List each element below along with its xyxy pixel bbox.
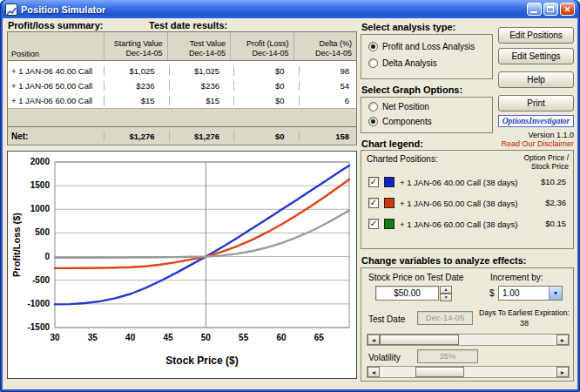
minimize-icon <box>530 11 537 13</box>
stock-price-input[interactable]: $50.00 ▲ ▼ <box>375 286 452 301</box>
legend-checkbox[interactable]: ✓ <box>368 198 379 208</box>
days-expiration-value: 38 <box>476 319 572 328</box>
option-price-value: $2.36 <box>545 198 566 207</box>
svg-text:Profit/Loss ($): Profit/Loss ($) <box>11 213 22 277</box>
profit-loss-cell: $0 <box>233 81 299 91</box>
window-controls: ✕ <box>527 3 575 16</box>
svg-text:1500: 1500 <box>30 180 51 190</box>
delta-cell: 6 <box>299 96 357 105</box>
window-title: Position Simulator <box>21 4 523 15</box>
delta-cell: 98 <box>299 66 357 76</box>
edit-positions-button[interactable]: Edit Positions <box>498 27 574 44</box>
spinner-arrows: ▲ ▼ <box>440 286 452 301</box>
scroll-left-button[interactable]: ◄ <box>368 367 380 377</box>
radio-profit-loss-analysis[interactable]: Profit and Loss Analysis <box>368 42 475 51</box>
table-spacer <box>8 108 356 126</box>
dropdown-arrow-icon[interactable]: ▼ <box>549 287 562 300</box>
profit-loss-chart: -1500-1000-50005001000150020003035404550… <box>7 151 357 379</box>
color-swatch <box>384 198 395 208</box>
radio-delta-analysis[interactable]: Delta Analysis <box>368 58 437 68</box>
test-value-cell: $1,025 <box>169 66 234 76</box>
scroll-left-button[interactable]: ◄ <box>368 335 380 345</box>
legend-group: Charted Positions: Option Price / Stock … <box>361 150 574 249</box>
test-date-results-heading: Test date results: <box>149 20 227 30</box>
currency-prefix: $ <box>489 288 495 298</box>
table-row[interactable]: + 1 JAN-06 40.00 Call $1,025 $1,025 $0 9… <box>8 64 356 78</box>
analysis-heading: Select analysis type: <box>361 22 455 32</box>
legend-checkbox[interactable]: ✓ <box>368 177 379 187</box>
increment-label: Increment by: <box>490 273 543 282</box>
svg-text:60: 60 <box>276 333 287 342</box>
variables-group: Stock Price on Test Date $50.00 ▲ ▼ Incr… <box>361 267 574 382</box>
svg-text:35: 35 <box>88 333 98 342</box>
radio-components[interactable]: Components <box>368 117 432 126</box>
col-header-starting-value: Starting ValueDec-14-05 <box>104 32 167 60</box>
test-date-input[interactable]: Dec-14-05 <box>417 311 473 325</box>
option-price-value: $0.15 <box>545 219 566 228</box>
help-button[interactable]: Help <box>498 71 574 88</box>
brand-logo: OptionsInvestigator <box>498 115 574 127</box>
col-header-position: Position <box>8 32 104 60</box>
titlebar[interactable]: Position Simulator ✕ <box>3 0 577 18</box>
svg-text:Stock Price ($): Stock Price ($) <box>165 355 238 367</box>
close-button[interactable]: ✕ <box>560 3 575 16</box>
scroll-track[interactable] <box>380 367 556 377</box>
svg-text:50: 50 <box>201 333 212 342</box>
radio-icon <box>368 42 378 51</box>
test-value-cell: $15 <box>169 96 234 105</box>
maximize-icon <box>547 6 554 12</box>
col-header-test-value: Test ValueDec-14-05 <box>167 32 231 60</box>
net-starting-value: $1,276 <box>104 132 169 141</box>
stock-price-down-button[interactable]: ▼ <box>440 294 452 301</box>
starting-value-cell: $15 <box>104 96 169 105</box>
option-price-value: $10.25 <box>541 177 566 186</box>
radio-net-position[interactable]: Net Position <box>368 102 429 112</box>
stock-price-label: Stock Price on Test Date <box>368 273 463 282</box>
svg-text:0: 0 <box>44 252 50 261</box>
net-delta: 158 <box>299 132 357 141</box>
volatility-input[interactable]: 35% <box>417 349 478 363</box>
graph-options-heading: Select Graph Options: <box>361 84 462 95</box>
print-button[interactable]: Print <box>498 95 574 112</box>
variables-heading: Change variables to analyze effects: <box>361 255 527 266</box>
days-expiration-label: Days To Earliest Expiration: <box>476 308 572 317</box>
col-header-delta: Delta (%)Dec-14-05 <box>293 32 357 60</box>
volatility-scrollbar[interactable]: ◄ ► <box>367 366 570 378</box>
svg-text:-500: -500 <box>32 275 50 285</box>
edit-settings-button[interactable]: Edit Settings <box>498 48 574 64</box>
svg-text:-1500: -1500 <box>27 322 50 332</box>
minimize-button[interactable] <box>527 3 542 16</box>
disclaimer-link[interactable]: Read Our Disclaimer <box>498 139 574 148</box>
svg-text:65: 65 <box>314 333 325 342</box>
legend-checkbox[interactable]: ✓ <box>368 219 379 229</box>
scroll-thumb[interactable] <box>415 367 465 377</box>
legend-heading: Chart legend: <box>361 139 423 149</box>
results-table: Position Starting ValueDec-14-05 Test Va… <box>7 31 357 145</box>
svg-text:500: 500 <box>35 227 50 237</box>
table-row[interactable]: + 1 JAN-06 60.00 Call $15 $15 $0 6 <box>8 93 356 108</box>
profit-loss-cell: $0 <box>233 96 299 105</box>
col-header-profit-loss: Profit (Loss)Dec-14-05 <box>230 32 293 60</box>
svg-text:-1000: -1000 <box>27 299 50 308</box>
analysis-group: Profit and Loss Analysis Delta Analysis <box>361 34 493 79</box>
increment-select[interactable]: 1.00 ▼ <box>498 286 563 301</box>
svg-text:40: 40 <box>125 333 136 342</box>
window: Position Simulator ✕ Profit/loss summary… <box>0 0 580 392</box>
legend-row: ✓ + 1 JAN-06 60.00 Call (38 days) $0.15 <box>368 217 568 231</box>
radio-icon <box>368 58 378 68</box>
maximize-button[interactable] <box>543 3 558 16</box>
scroll-thumb[interactable] <box>380 335 459 345</box>
table-body: + 1 JAN-06 40.00 Call $1,025 $1,025 $0 9… <box>8 61 356 108</box>
test-date-scrollbar[interactable]: ◄ ► <box>367 334 570 346</box>
scroll-right-button[interactable]: ► <box>556 335 569 345</box>
svg-text:45: 45 <box>163 333 173 342</box>
scroll-track[interactable] <box>380 335 556 345</box>
table-row[interactable]: + 1 JAN-06 50.00 Call $236 $236 $0 54 <box>8 78 356 93</box>
net-label: Net: <box>8 132 104 141</box>
scroll-right-button[interactable]: ► <box>556 367 569 377</box>
svg-text:2000: 2000 <box>30 157 51 166</box>
stock-price-up-button[interactable]: ▲ <box>440 286 452 294</box>
net-test-value: $1,276 <box>169 132 234 141</box>
summary-heading: Profit/loss summary: <box>8 20 103 30</box>
app-icon <box>5 3 17 16</box>
